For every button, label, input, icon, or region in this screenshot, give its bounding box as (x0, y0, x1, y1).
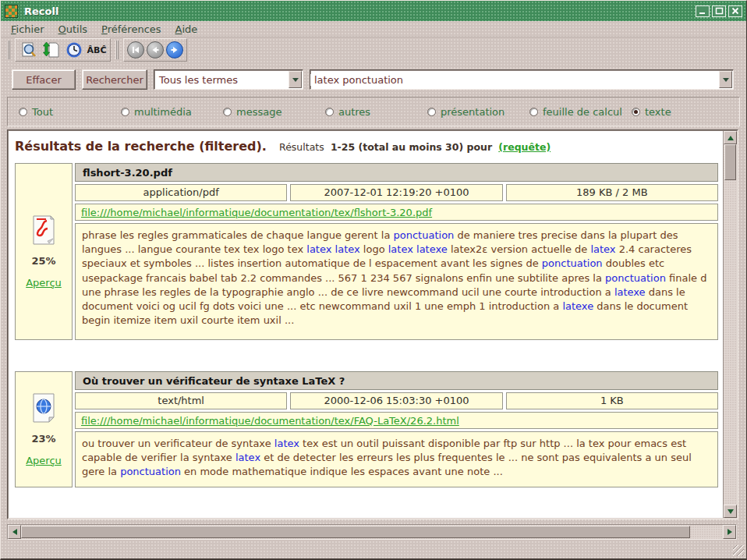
horizontal-scrollbar-track[interactable] (690, 525, 723, 539)
resize-grip[interactable] (733, 545, 744, 556)
result-2-side-panel: 23% Aperçu (15, 371, 73, 487)
arrow-down-icon (728, 509, 734, 514)
filter-tout[interactable]: Tout (19, 106, 121, 118)
vertical-scrollbar[interactable] (723, 131, 737, 518)
next-page-button[interactable] (166, 41, 183, 58)
sort-document-icon (42, 41, 61, 59)
document-preview-button[interactable] (19, 41, 39, 59)
toolbar-grip[interactable] (7, 41, 10, 59)
result-1-main: flshort-3.20.pdf application/pdf 2007-12… (75, 163, 718, 340)
search-query-input[interactable] (310, 74, 718, 86)
scroll-up-button[interactable] (724, 131, 737, 144)
vertical-scrollbar-thumb[interactable] (724, 144, 736, 180)
previous-page-button[interactable] (147, 41, 164, 58)
result-url-link[interactable]: file:///home/michael/informatique/docume… (81, 207, 432, 218)
horizontal-scrollbar-thumb[interactable] (21, 526, 690, 538)
term-explorer-button[interactable]: ÂBĈ (87, 41, 107, 59)
arrow-left-icon (12, 529, 17, 535)
result-snippet: ou trouver un verificateur de syntaxe la… (75, 431, 718, 487)
clear-button[interactable]: Effacer (12, 69, 76, 90)
result-date: 2007-12-01 12:19:20 +0100 (290, 184, 502, 201)
filter-multimedia[interactable]: multimédia (121, 106, 223, 118)
term-explorer-icon: ÂBĈ (87, 45, 107, 55)
next-page-icon (170, 45, 179, 55)
preview-link[interactable]: Aperçu (26, 455, 62, 466)
vertical-scrollbar-track[interactable] (724, 180, 737, 505)
radio-autres[interactable] (325, 108, 334, 116)
toolbar-group-main: ÂBĈ (15, 38, 111, 62)
result-size: 189 KB / 2 MB (506, 184, 718, 201)
result-url-cell: file:///home/michael/informatique/docume… (75, 412, 718, 429)
filter-autres[interactable]: autres (325, 106, 427, 118)
preview-link[interactable]: Aperçu (26, 277, 62, 289)
window-title: Recoll (24, 5, 58, 17)
menu-outils[interactable]: Outils (51, 22, 95, 37)
sort-by-date-icon (65, 41, 83, 59)
radio-feuille-de-calcul[interactable] (529, 108, 538, 116)
radio-multimedia[interactable] (121, 108, 129, 116)
filter-texte[interactable]: texte (632, 106, 671, 118)
status-bar (1, 540, 746, 558)
filter-presentation[interactable]: présentation (427, 106, 529, 118)
result-mime-type: application/pdf (75, 184, 287, 201)
sort-by-date-button[interactable] (64, 41, 84, 59)
search-history-dropdown-button[interactable] (719, 71, 732, 88)
horizontal-scrollbar[interactable] (7, 524, 737, 540)
result-1-meta: application/pdf 2007-12-01 12:19:20 +010… (75, 184, 718, 201)
highlighted-term: ponctuation (394, 229, 455, 241)
snippet-text: latex2ε version actuelle de (448, 243, 591, 255)
result-2-meta: text/html 2000-12-06 15:03:30 +0100 1 KB (75, 392, 718, 409)
pdf-file-icon[interactable] (31, 215, 56, 245)
menu-fichier[interactable]: Fichier (4, 22, 51, 37)
results-frame: Résultats de la recherche (filtered). Ré… (7, 129, 738, 519)
search-mode-select[interactable]: Tous les termes (154, 69, 303, 90)
radio-texte[interactable] (632, 108, 640, 116)
sort-document-button[interactable] (41, 41, 62, 59)
snippet-text: phrase les regles grammaticales de chaqu… (82, 229, 394, 241)
title-bar: Recoll (1, 1, 746, 21)
highlighted-term: latex (590, 243, 615, 255)
arrow-up-icon (728, 136, 734, 140)
radio-message[interactable] (223, 108, 232, 116)
result-1-side-panel: 25% Aperçu (15, 163, 73, 340)
filter-feuille-de-calcul[interactable]: feuille de calcul (529, 106, 632, 118)
result-title[interactable]: flshort-3.20.pdf (75, 163, 718, 182)
result-title[interactable]: Où trouver un vérificateur de syntaxe La… (75, 371, 718, 390)
result-row-1: 25% Aperçu flshort-3.20.pdf application/… (15, 163, 718, 340)
result-url-cell: file:///home/michael/informatique/docume… (75, 204, 718, 221)
query-link[interactable]: (requête) (498, 141, 551, 153)
highlighted-term: latex (274, 438, 299, 449)
window-controls (696, 5, 742, 17)
html-file-icon[interactable] (31, 393, 56, 423)
results-area: Résultats de la recherche (filtered). Ré… (8, 130, 738, 519)
menu-preferences[interactable]: Préférences (94, 22, 168, 37)
first-page-button[interactable] (127, 41, 144, 58)
menu-aide[interactable]: Aide (168, 22, 205, 37)
close-button[interactable] (728, 5, 742, 17)
toolbar-grip[interactable] (115, 41, 119, 59)
highlighted-term: latexe (562, 300, 593, 312)
results-header: Résultats de la recherche (filtered). Ré… (9, 131, 723, 154)
arrow-right-icon (728, 529, 732, 535)
previous-page-icon (150, 45, 160, 55)
highlighted-term: latex (235, 452, 260, 463)
filter-message[interactable]: message (223, 106, 325, 118)
scroll-left-button[interactable] (8, 525, 21, 539)
maximize-button[interactable] (712, 5, 726, 17)
highlighted-term: ponctuation (542, 257, 603, 269)
result-url-link[interactable]: file:///home/michael/informatique/docume… (81, 415, 459, 427)
radio-presentation[interactable] (427, 108, 436, 116)
results-list: Résultats de la recherche (filtered). Ré… (9, 131, 723, 518)
chevron-down-icon (292, 78, 299, 82)
search-mode-dropdown-button[interactable] (289, 71, 302, 88)
scroll-down-button[interactable] (724, 505, 737, 518)
minimize-icon (699, 8, 706, 15)
result-date: 2000-12-06 15:03:30 +0100 (290, 392, 502, 409)
snippet-text: en mode mathematique indique les espaces… (181, 466, 503, 477)
radio-tout[interactable] (19, 108, 27, 116)
highlighted-term: latex latex (306, 243, 359, 255)
maximize-icon (715, 7, 724, 15)
search-button[interactable]: Rechercher (82, 69, 147, 90)
minimize-button[interactable] (696, 5, 710, 17)
scroll-right-button[interactable] (723, 525, 736, 539)
